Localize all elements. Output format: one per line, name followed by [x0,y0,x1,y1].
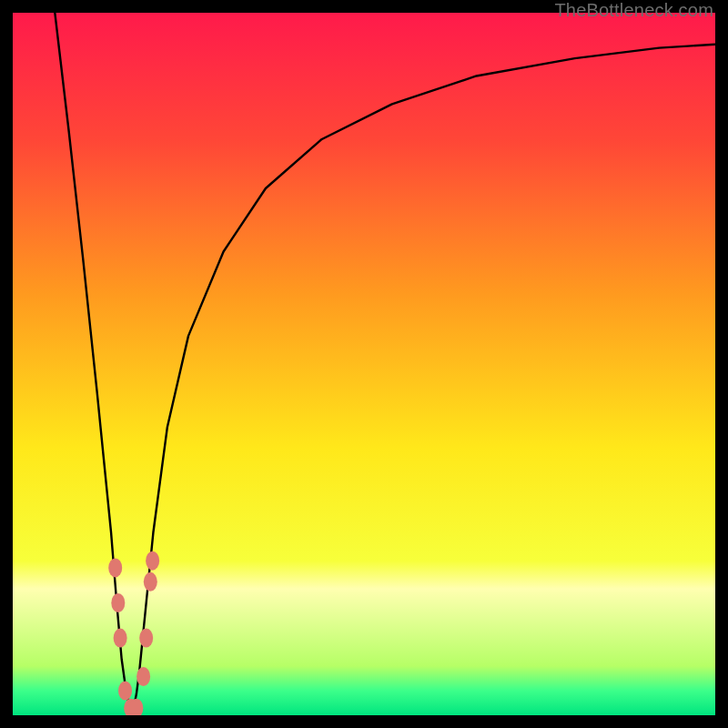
data-point [114,629,127,648]
data-point [136,667,150,686]
watermark-text: TheBottleneck.com [554,0,713,21]
data-point [146,551,159,571]
data-point [108,558,122,577]
data-point [111,593,125,612]
bottleneck-chart [13,13,715,715]
plot-frame [13,13,715,715]
data-point [118,681,132,700]
data-point [144,572,157,592]
data-point [139,629,153,648]
